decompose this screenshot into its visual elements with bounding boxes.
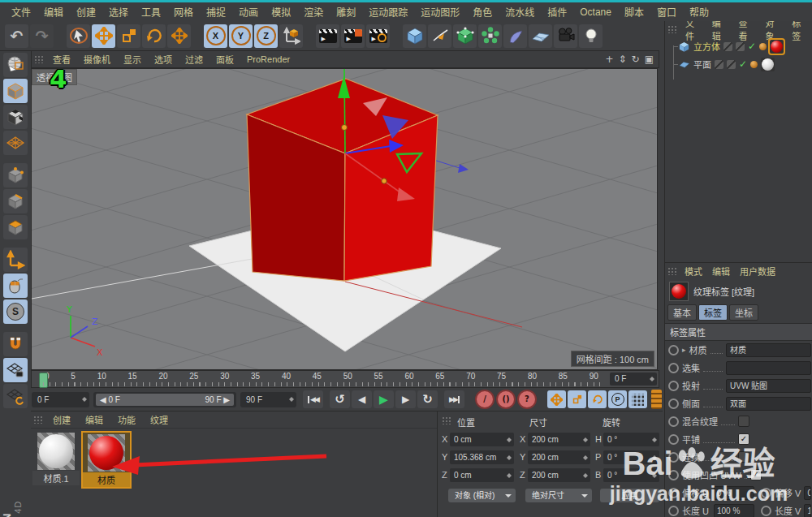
- menu-file[interactable]: 文件: [5, 5, 37, 19]
- panel-grip[interactable]: [442, 416, 451, 424]
- size-mode-dropdown[interactable]: 绝对尺寸: [525, 489, 592, 502]
- soft-selection-button[interactable]: S: [3, 299, 28, 324]
- object-row-cube[interactable]: 立方体 ✓: [665, 37, 812, 55]
- redo-button[interactable]: ↷: [30, 24, 54, 48]
- menu-character[interactable]: 角色: [466, 5, 499, 19]
- anim-dot[interactable]: [668, 506, 679, 516]
- anim-dot[interactable]: [668, 488, 679, 498]
- rot-p-field[interactable]: 0 °: [603, 450, 659, 464]
- polygons-mode-button[interactable]: [3, 215, 28, 239]
- pos-z-field[interactable]: 0 cm: [450, 468, 514, 482]
- viewport-menu-display[interactable]: 显示: [117, 53, 148, 66]
- editor-visibility-toggle[interactable]: [715, 60, 723, 69]
- menu-animate[interactable]: 动画: [232, 5, 265, 19]
- length-v-field[interactable]: 100: [804, 504, 811, 517]
- size-x-field[interactable]: 200 cm: [528, 433, 590, 446]
- menu-simulate[interactable]: 模拟: [265, 5, 297, 19]
- render-view-button[interactable]: ▶: [316, 24, 339, 48]
- cube-object[interactable]: [247, 79, 438, 281]
- menu-render[interactable]: 渲染: [297, 5, 330, 19]
- current-frame-spinner[interactable]: 0 F: [32, 392, 89, 407]
- current-frame-field[interactable]: 0 F: [610, 373, 657, 386]
- play-button[interactable]: ▶: [374, 390, 394, 408]
- enabled-check-icon[interactable]: ✓: [748, 41, 756, 51]
- menu-mesh[interactable]: 网格: [167, 5, 200, 19]
- toggle-view-icon[interactable]: ▣: [645, 54, 654, 64]
- move-tool-button[interactable]: [92, 24, 115, 48]
- enable-axis-button[interactable]: [3, 248, 28, 272]
- goto-start-button[interactable]: ◀◀: [303, 390, 323, 408]
- panel-grip[interactable]: [667, 267, 677, 275]
- menu-edit[interactable]: 编辑: [37, 5, 70, 19]
- timeline-ruler[interactable]: 05 1015 2025 3035 4045 5055 6065 7075 80…: [31, 370, 659, 388]
- material-menu-texture[interactable]: 纹理: [143, 413, 175, 426]
- deformer-button[interactable]: [503, 24, 527, 48]
- attr-menu-edit[interactable]: 编辑: [707, 265, 735, 278]
- attr-menu-userdata[interactable]: 用户数据: [735, 265, 780, 278]
- floor-button[interactable]: [529, 24, 552, 48]
- coordinate-system-button[interactable]: [279, 24, 303, 48]
- rot-h-field[interactable]: 0 °: [603, 433, 659, 446]
- anim-dot[interactable]: [668, 381, 679, 391]
- next-frame-button[interactable]: ▶: [395, 390, 416, 408]
- tile-checkbox[interactable]: ✓: [738, 433, 749, 445]
- anim-dot[interactable]: [761, 506, 771, 516]
- lock-z-axis-button[interactable]: Z: [254, 24, 278, 48]
- offset-u-field[interactable]: 0 %: [714, 486, 754, 500]
- menu-create[interactable]: 创建: [70, 5, 102, 19]
- add-spline-button[interactable]: [428, 24, 451, 48]
- rotate-tool-button[interactable]: [142, 24, 166, 48]
- anim-dot[interactable]: [668, 416, 679, 427]
- tweak-mode-button[interactable]: [3, 274, 28, 298]
- seamless-checkbox[interactable]: [738, 451, 749, 463]
- panel-grip[interactable]: [667, 25, 677, 33]
- use-bump-uvw-checkbox[interactable]: ✓: [750, 469, 762, 480]
- menu-sculpt[interactable]: 雕刻: [330, 5, 362, 19]
- menu-help[interactable]: 帮助: [683, 5, 715, 19]
- side-dropdown[interactable]: 双面: [726, 397, 811, 411]
- viewport-menu-options[interactable]: 选项: [148, 53, 179, 66]
- menu-plugins[interactable]: 插件: [541, 5, 573, 19]
- render-visibility-toggle[interactable]: [727, 60, 736, 69]
- material-link-field[interactable]: 材质: [726, 343, 811, 357]
- menu-mograph[interactable]: 运动图形: [414, 5, 466, 19]
- viewport-menu-prorender[interactable]: ProRender: [240, 54, 296, 64]
- object-name[interactable]: 平面: [693, 58, 711, 71]
- mix-textures-checkbox[interactable]: [738, 416, 749, 427]
- material-item-selected[interactable]: 材质: [81, 431, 132, 489]
- workplane-mode-button[interactable]: [3, 131, 28, 155]
- offset-v-field[interactable]: 0 %: [804, 486, 811, 500]
- anim-dot[interactable]: [668, 452, 679, 463]
- menu-octane[interactable]: Octane: [573, 6, 618, 18]
- material-menu-create[interactable]: 创建: [45, 413, 78, 426]
- menu-motion-tracker[interactable]: 运动跟踪: [362, 5, 414, 19]
- mograph-button[interactable]: [478, 24, 502, 48]
- menu-pipeline[interactable]: 流水线: [499, 5, 541, 19]
- texture-tag[interactable]: [761, 58, 775, 71]
- material-item[interactable]: 材质.1: [32, 431, 80, 485]
- size-y-field[interactable]: 200 cm: [528, 450, 590, 464]
- phong-tag-icon[interactable]: [759, 43, 767, 50]
- texture-mode-button[interactable]: [3, 105, 28, 129]
- points-mode-button[interactable]: [3, 163, 28, 187]
- texture-tag-selected[interactable]: [770, 40, 784, 54]
- tab-tag[interactable]: 标签: [698, 304, 728, 321]
- viewport-menu-filter[interactable]: 过滤: [179, 53, 209, 66]
- pan-view-icon[interactable]: +: [605, 54, 613, 64]
- play-forwards-button[interactable]: ↻: [417, 390, 438, 408]
- last-tool-button[interactable]: [167, 24, 191, 48]
- anim-dot[interactable]: [668, 363, 679, 373]
- tab-coordinates[interactable]: 坐标: [729, 304, 758, 321]
- viewport-menu-camera[interactable]: 摄像机: [77, 53, 117, 66]
- menu-select[interactable]: 选择: [102, 5, 135, 19]
- record-keyframe-button[interactable]: /: [475, 390, 495, 409]
- panel-grip[interactable]: [33, 416, 43, 424]
- model-mode-button[interactable]: [3, 79, 28, 103]
- key-rotation-button[interactable]: [588, 390, 607, 408]
- editor-visibility-toggle[interactable]: [723, 42, 732, 51]
- viewport-menu-view[interactable]: 查看: [46, 53, 77, 66]
- scale-tool-button[interactable]: [117, 24, 140, 48]
- goto-end-button[interactable]: ▶▶: [444, 390, 464, 408]
- size-z-field[interactable]: 200 cm: [528, 468, 590, 482]
- expand-icon[interactable]: ▸: [682, 347, 686, 354]
